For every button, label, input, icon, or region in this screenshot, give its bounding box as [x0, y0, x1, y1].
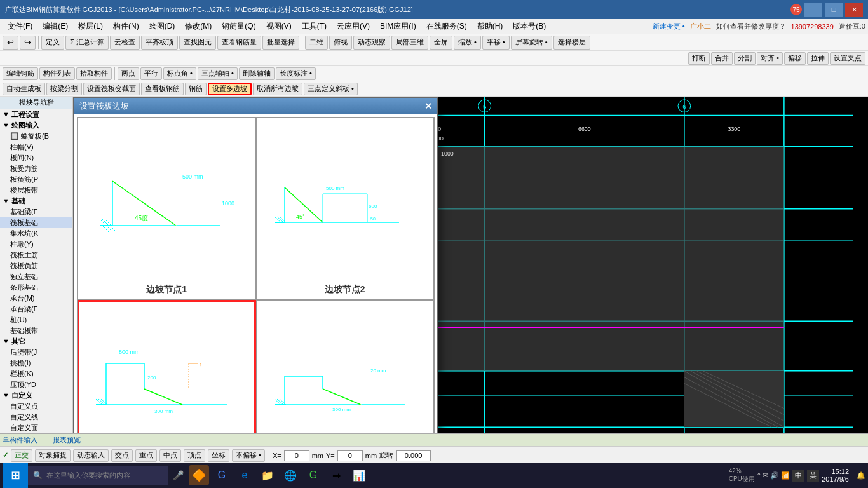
key-point-button[interactable]: 重点 — [135, 449, 157, 462]
sidebar-item-neg-rebar[interactable]: 板负筋(P — [0, 174, 72, 185]
taskbar-app-icon[interactable]: 📊 — [349, 465, 369, 485]
mic-taskbar-icon[interactable]: 🎤 — [173, 470, 184, 480]
maximize-button[interactable]: □ — [825, 3, 843, 17]
ortho-button[interactable]: 正交 — [11, 449, 32, 462]
sidebar-section-custom[interactable]: ▼ 自定义 — [0, 390, 72, 401]
2d-button[interactable]: 二维 — [305, 36, 328, 50]
set-multi-slope-button[interactable]: 设置多边坡 — [208, 83, 252, 95]
taskbar-glodon-icon[interactable]: 🔶 — [189, 465, 209, 485]
pick-component-button[interactable]: 拾取构件 — [76, 67, 112, 80]
node-cell-3[interactable]: 800 mm 200 300 mm ↑ — [78, 300, 256, 433]
sidebar-item-post-cast[interactable]: 后浇带(J — [0, 347, 72, 358]
taskbar-edge-icon[interactable]: e — [234, 465, 255, 485]
sidebar-section-foundation[interactable]: ▼ 基础 — [0, 196, 72, 207]
auto-gen-slab-button[interactable]: 自动生成板 — [3, 83, 45, 95]
vertex-button[interactable]: 顶点 — [184, 449, 205, 462]
component-list-button[interactable]: 构件列表 — [39, 67, 75, 80]
menu-version[interactable]: 版本号(B) — [508, 20, 551, 33]
split-button[interactable]: 分割 — [734, 52, 756, 65]
sidebar-item-raft-main-rebar[interactable]: 筏板主筋 — [0, 250, 72, 261]
three-point-slab-button[interactable]: 三点定义斜板 • — [304, 83, 358, 95]
grip-button[interactable]: 设置夹点 — [830, 52, 865, 65]
ime-indicator[interactable]: 英 — [807, 470, 819, 482]
sidebar-item-column-pier[interactable]: 柱墩(Y) — [0, 239, 72, 250]
taskbar-search[interactable]: 🔍 在这里输入你要搜索的内容 — [28, 466, 168, 485]
minimize-button[interactable]: ─ — [804, 3, 822, 17]
sidebar-item-foundation-beam[interactable]: 基础梁(F — [0, 207, 72, 217]
set-raft-var-section-button[interactable]: 设置筏板变截面 — [83, 83, 140, 95]
sidebar-item-slab-rebar[interactable]: 板受力筋 — [0, 163, 72, 174]
sidebar-item-canopy[interactable]: 挑檐(I) — [0, 358, 72, 369]
taskbar-globe-icon[interactable]: 🌐 — [280, 465, 301, 485]
taskbar-g2-icon[interactable]: G — [303, 465, 323, 485]
sidebar-item-custom-line[interactable]: 自定义线 — [0, 412, 72, 423]
menu-edit[interactable]: 编辑(E) — [37, 20, 73, 33]
menu-floor[interactable]: 楼层(L) — [73, 20, 108, 33]
close-button[interactable]: ✕ — [845, 3, 863, 17]
three-point-axis-button[interactable]: 三点辅轴 • — [198, 67, 238, 80]
menu-online[interactable]: 在线服务(S) — [421, 20, 472, 33]
sidebar-item-spiral-slab[interactable]: 🔲 螺旋板(B — [0, 131, 72, 142]
find-elem-button[interactable]: 查找图元 — [179, 36, 216, 50]
coord-button[interactable]: 坐标 — [208, 449, 229, 462]
single-component-link[interactable]: 单构件输入 — [3, 435, 37, 445]
select-floor-button[interactable]: 选择楼层 — [553, 36, 590, 50]
dynamic-input-button[interactable]: 动态输入 — [73, 449, 109, 462]
menu-view[interactable]: 视图(V) — [261, 20, 297, 33]
view-slab-rebar-button[interactable]: 查看板钢筋 — [141, 83, 184, 95]
menu-bim[interactable]: BIM应用(I) — [375, 20, 421, 33]
dialog-close-button[interactable]: ✕ — [424, 101, 432, 111]
menu-tools[interactable]: 工具(T) — [297, 20, 332, 33]
start-button[interactable]: ⊞ — [3, 463, 28, 488]
cloud-check-button[interactable]: 云检查 — [110, 36, 140, 50]
sidebar-item-raft[interactable]: 筏板基础 — [0, 217, 72, 228]
sum-calc-button[interactable]: Σ 汇总计算 — [65, 36, 109, 50]
midpoint-button[interactable]: 中点 — [159, 449, 181, 462]
undo-button[interactable]: ↩ — [3, 36, 18, 50]
split-by-beam-button[interactable]: 按梁分割 — [46, 83, 82, 95]
rotate-input[interactable] — [396, 450, 431, 461]
taskbar-arrow-icon[interactable]: ➡ — [326, 465, 346, 485]
menu-draw[interactable]: 绘图(D) — [144, 20, 180, 33]
menu-rebar[interactable]: 钢筋量(Q) — [217, 20, 261, 33]
edit-rebar-button[interactable]: 编辑钢筋 — [3, 67, 38, 80]
taskbar-explorer-icon[interactable]: 📁 — [257, 465, 278, 485]
top-view-button[interactable]: 俯视 — [329, 36, 352, 50]
menu-help[interactable]: 帮助(H) — [472, 20, 508, 33]
break-button[interactable]: 打断 — [688, 52, 710, 65]
align-button[interactable]: 对齐 • — [757, 52, 783, 65]
parallel-button[interactable]: 平行 — [140, 67, 162, 80]
stretch-button[interactable]: 拉伸 — [807, 52, 829, 65]
lang-indicator[interactable]: 中 — [792, 470, 804, 482]
intersect-button[interactable]: 交点 — [111, 449, 133, 462]
mark-angle-button[interactable]: 标点角 • — [163, 67, 196, 80]
cancel-slopes-button[interactable]: 取消所有边坡 — [253, 83, 302, 95]
sidebar-item-foundation-band[interactable]: 基础板带 — [0, 325, 72, 336]
merge-button[interactable]: 合并 — [711, 52, 733, 65]
x-input[interactable] — [284, 450, 309, 461]
sidebar-item-pile-cap[interactable]: 承台(M) — [0, 293, 72, 304]
sidebar-item-slab-span[interactable]: 板间(N) — [0, 152, 72, 163]
notification-icon[interactable]: 🔔 — [857, 471, 865, 480]
dynamic-view-button[interactable]: 动态观察 — [353, 36, 390, 50]
sidebar-item-pile[interactable]: 桩(U) — [0, 315, 72, 325]
sidebar-item-sump[interactable]: 集水坑(K — [0, 228, 72, 239]
menu-component[interactable]: 构件(N) — [108, 20, 144, 33]
menu-cloud[interactable]: 云应用(V) — [332, 20, 375, 33]
sidebar-item-custom-face[interactable]: 自定义面 — [0, 423, 72, 433]
sidebar-item-column-cap[interactable]: 柱帽(V) — [0, 142, 72, 152]
local-3d-button[interactable]: 局部三维 — [391, 36, 428, 50]
sidebar-item-isolated-foundation[interactable]: 独立基础 — [0, 271, 72, 282]
taskbar-g-icon[interactable]: G — [212, 465, 232, 485]
sidebar-item-parapet[interactable]: 栏板(K) — [0, 369, 72, 379]
delete-axis-button[interactable]: 删除辅轴 — [239, 67, 275, 80]
fullscreen-button[interactable]: 全屏 — [430, 36, 452, 50]
sidebar-section-project[interactable]: ▼ 工程设置 — [0, 109, 72, 120]
sidebar-section-draw[interactable]: ▼ 绘图输入 — [0, 120, 72, 131]
two-point-button[interactable]: 两点 — [118, 67, 139, 80]
define-button[interactable]: 定义 — [41, 36, 64, 50]
new-change-btn[interactable]: 新建变更 • — [653, 22, 685, 31]
sidebar-item-floor-band[interactable]: 楼层板带 — [0, 185, 72, 196]
sidebar-item-custom-point[interactable]: 自定义点 — [0, 401, 72, 412]
redo-button[interactable]: ↪ — [20, 36, 36, 50]
